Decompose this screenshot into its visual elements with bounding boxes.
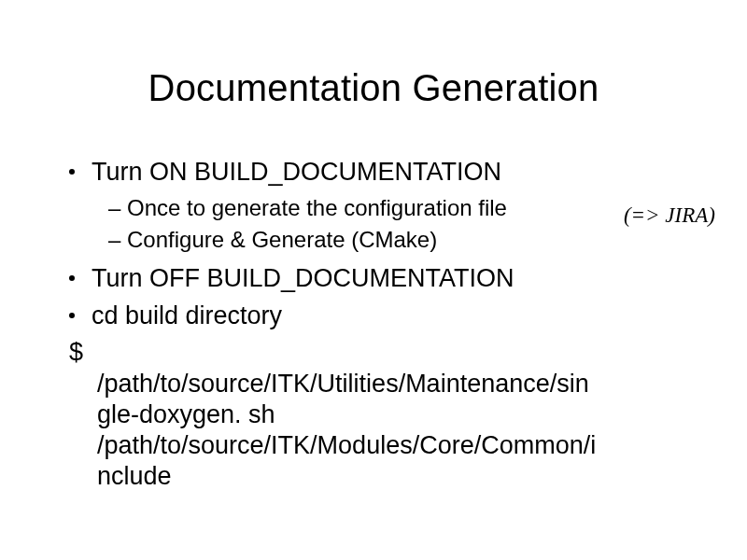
command-line-3: /path/to/source/ITK/Modules/Core/Common/… — [97, 430, 685, 461]
bullet-item-1: Turn ON BUILD_DOCUMENTATION — [69, 157, 685, 189]
command-line-2: gle-doxygen. sh — [97, 399, 685, 430]
command-line-1: /path/to/source/ITK/Utilities/Maintenanc… — [97, 369, 685, 399]
slide-title: Documentation Generation — [0, 67, 747, 109]
bullet-dot-icon — [69, 169, 75, 175]
slide-body: Turn ON BUILD_DOCUMENTATION – Once to ge… — [69, 157, 685, 492]
sub-bullet-1: – Once to generate the configuration fil… — [108, 194, 685, 222]
bullet-text: cd build directory — [92, 301, 685, 332]
slide: Documentation Generation (=> JIRA) Turn … — [0, 0, 747, 560]
command-block: /path/to/source/ITK/Utilities/Maintenanc… — [97, 369, 685, 492]
bullet-dot-icon — [69, 275, 75, 281]
bullet-item-2: Turn OFF BUILD_DOCUMENTATION — [69, 263, 685, 295]
sub-bullet-2: – Configure & Generate (CMake) — [108, 226, 685, 254]
bullet-dot-icon — [69, 313, 75, 318]
bullet-text: Turn OFF BUILD_DOCUMENTATION — [92, 263, 685, 295]
bullet-item-3: cd build directory — [69, 301, 685, 332]
bullet-text: Turn ON BUILD_DOCUMENTATION — [92, 157, 685, 189]
command-line-4: nclude — [97, 461, 685, 492]
shell-prompt: $ — [69, 337, 685, 369]
sub-bullet-group-1: – Once to generate the configuration fil… — [108, 194, 685, 254]
